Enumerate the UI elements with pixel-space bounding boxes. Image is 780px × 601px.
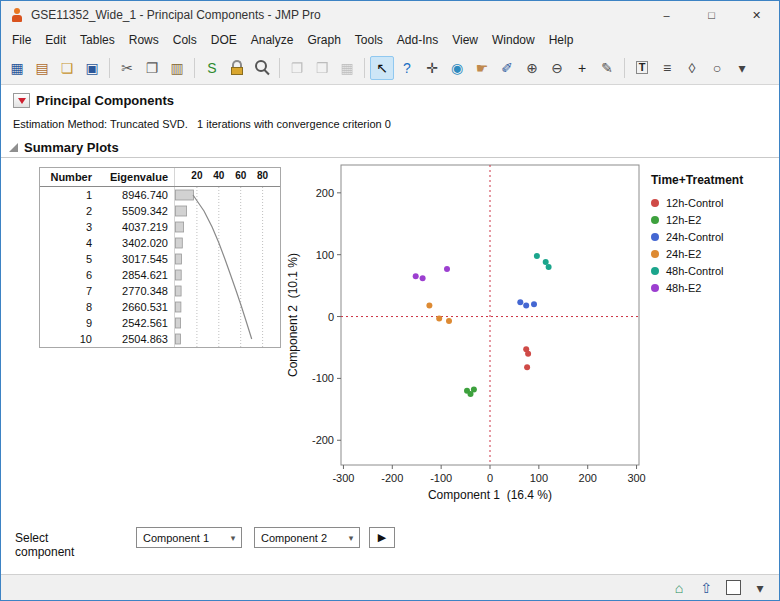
legend-item-24h-E2[interactable]: 24h-E2 bbox=[651, 245, 743, 262]
point-24h-Control[interactable] bbox=[517, 299, 523, 305]
globe-icon-glyph: ◉ bbox=[451, 61, 463, 75]
menu-item-view[interactable]: View bbox=[445, 31, 485, 49]
point-48h-E2[interactable] bbox=[444, 266, 450, 272]
polygon-icon-glyph: ◊ bbox=[689, 61, 696, 75]
lines-icon[interactable]: ≡ bbox=[655, 56, 679, 80]
eigen-number: 7 bbox=[40, 285, 98, 297]
copy-icon[interactable]: ❐ bbox=[140, 56, 164, 80]
help-icon-glyph: ? bbox=[403, 61, 411, 75]
red-triangle-icon bbox=[18, 98, 26, 104]
disclosure-triangle-icon[interactable] bbox=[9, 143, 18, 152]
menu-item-graph[interactable]: Graph bbox=[300, 31, 347, 49]
menu-item-analyze[interactable]: Analyze bbox=[244, 31, 301, 49]
maximize-button[interactable]: □ bbox=[689, 1, 734, 29]
point-24h-Control[interactable] bbox=[531, 301, 537, 307]
plus-icon[interactable]: + bbox=[570, 56, 594, 80]
legend-label: 48h-Control bbox=[666, 265, 723, 277]
zoom-out-icon[interactable]: ⊖ bbox=[545, 56, 569, 80]
save-icon[interactable]: ▣ bbox=[80, 56, 104, 80]
crosshair-icon[interactable]: ✛ bbox=[420, 56, 444, 80]
globe-icon[interactable]: ◉ bbox=[445, 56, 469, 80]
window-title: GSE11352_Wide_1 - Principal Components -… bbox=[31, 8, 321, 22]
point-48h-E2[interactable] bbox=[420, 275, 426, 281]
script-icon[interactable]: S bbox=[200, 56, 224, 80]
menu-item-window[interactable]: Window bbox=[485, 31, 542, 49]
minimize-button[interactable]: – bbox=[644, 1, 689, 29]
hand-icon[interactable]: ☛ bbox=[470, 56, 494, 80]
eigen-value: 2504.863 bbox=[98, 333, 174, 345]
menu-item-cols[interactable]: Cols bbox=[166, 31, 204, 49]
open-icon[interactable]: ❏ bbox=[55, 56, 79, 80]
legend-item-48h-Control[interactable]: 48h-Control bbox=[651, 262, 743, 279]
menu-item-tables[interactable]: Tables bbox=[73, 31, 122, 49]
brush-icon-glyph: ✐ bbox=[501, 61, 513, 75]
eigen-number: 6 bbox=[40, 269, 98, 281]
legend-label: 24h-E2 bbox=[666, 248, 701, 260]
toolbar-overflow-icon[interactable]: ▾ bbox=[730, 56, 754, 80]
cycle-components-button[interactable]: ▶ bbox=[369, 527, 395, 548]
menu-item-rows[interactable]: Rows bbox=[122, 31, 166, 49]
point-24h-E2[interactable] bbox=[436, 315, 442, 321]
new-journal-icon[interactable]: ▤ bbox=[30, 56, 54, 80]
toolbar-separator bbox=[364, 58, 365, 78]
statusbar-menu-icon[interactable]: ▾ bbox=[751, 579, 769, 597]
close-button[interactable]: ✕ bbox=[734, 1, 779, 29]
help-icon[interactable]: ? bbox=[395, 56, 419, 80]
menu-item-file[interactable]: File bbox=[5, 31, 38, 49]
zoom-in-icon[interactable]: ⊕ bbox=[520, 56, 544, 80]
paste-icon-glyph: ▥ bbox=[170, 61, 183, 75]
component-1-dropdown[interactable]: Component 1 ▾ bbox=[136, 527, 242, 548]
axis-tick-label: 80 bbox=[257, 170, 268, 181]
point-48h-Control[interactable] bbox=[534, 253, 540, 259]
lock-icon[interactable] bbox=[225, 56, 249, 80]
paste-icon[interactable]: ▥ bbox=[165, 56, 189, 80]
eigen-number: 3 bbox=[40, 221, 98, 233]
scree-bar bbox=[176, 190, 194, 200]
lines-icon-glyph: ≡ bbox=[663, 61, 671, 75]
component-1-dropdown-value: Component 1 bbox=[143, 532, 209, 544]
toolbar-separator bbox=[279, 58, 280, 78]
report-area: Principal Components Estimation Method: … bbox=[1, 85, 779, 574]
arrow-cursor-icon[interactable]: ↖ bbox=[370, 56, 394, 80]
point-48h-Control[interactable] bbox=[543, 259, 549, 265]
red-triangle-menu-button[interactable] bbox=[13, 93, 30, 108]
point-12h-E2[interactable] bbox=[471, 387, 477, 393]
legend-item-48h-E2[interactable]: 48h-E2 bbox=[651, 279, 743, 296]
script-icon-glyph: S bbox=[207, 61, 216, 75]
polygon-icon[interactable]: ◊ bbox=[680, 56, 704, 80]
point-48h-Control[interactable] bbox=[546, 264, 552, 270]
column-header-number: Number bbox=[40, 171, 98, 183]
home-icon[interactable]: ⌂ bbox=[670, 579, 688, 597]
pen-icon[interactable]: ✎ bbox=[595, 56, 619, 80]
point-24h-E2[interactable] bbox=[426, 302, 432, 308]
point-12h-Control[interactable] bbox=[525, 351, 531, 357]
brush-icon[interactable]: ✐ bbox=[495, 56, 519, 80]
point-24h-E2[interactable] bbox=[446, 318, 452, 324]
point-12h-Control[interactable] bbox=[524, 364, 530, 370]
menu-item-doe[interactable]: DOE bbox=[204, 31, 244, 49]
x-tick-label: -100 bbox=[430, 472, 452, 484]
search-icon[interactable] bbox=[250, 56, 274, 80]
report-header: Principal Components bbox=[13, 93, 174, 108]
annotate-icon[interactable]: T bbox=[630, 56, 654, 80]
menu-item-help[interactable]: Help bbox=[542, 31, 581, 49]
menu-item-edit[interactable]: Edit bbox=[38, 31, 73, 49]
menu-item-tools[interactable]: Tools bbox=[348, 31, 390, 49]
cut-icon[interactable]: ✂ bbox=[115, 56, 139, 80]
component-2-dropdown[interactable]: Component 2 ▾ bbox=[254, 527, 360, 548]
paste-columns-icon-glyph: ❐ bbox=[291, 61, 304, 75]
legend-item-12h-E2[interactable]: 12h-E2 bbox=[651, 211, 743, 228]
toolbar-separator bbox=[194, 58, 195, 78]
point-24h-Control[interactable] bbox=[523, 302, 529, 308]
point-48h-E2[interactable] bbox=[413, 273, 419, 279]
dock-icon[interactable]: ⇧ bbox=[697, 579, 715, 597]
menu-item-add-ins[interactable]: Add-Ins bbox=[390, 31, 445, 49]
legend-item-12h-Control[interactable]: 12h-Control bbox=[651, 194, 743, 211]
shade-icon[interactable] bbox=[724, 579, 742, 597]
annotate-icon-glyph: T bbox=[636, 61, 649, 74]
pen-icon-glyph: ✎ bbox=[601, 61, 613, 75]
legend-item-24h-Control[interactable]: 24h-Control bbox=[651, 228, 743, 245]
oval-icon[interactable]: ○ bbox=[705, 56, 729, 80]
zoom-out-icon-glyph: ⊖ bbox=[551, 61, 563, 75]
new-data-table-icon[interactable]: ▦ bbox=[5, 56, 29, 80]
